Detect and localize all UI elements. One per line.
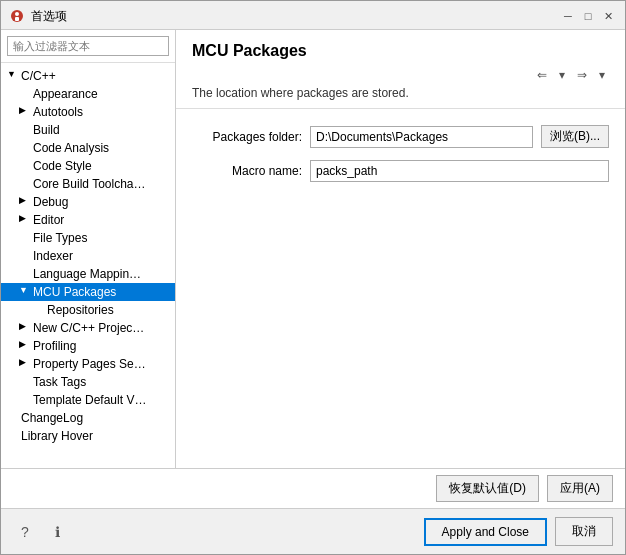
tree-arrow-changelog xyxy=(7,411,21,425)
tree-item-new-cpp[interactable]: ▶New C/C++ Projec… xyxy=(1,319,175,337)
tree-arrow-build xyxy=(19,123,33,137)
tree-arrow-autotools: ▶ xyxy=(19,105,33,119)
back-button[interactable]: ⇐ xyxy=(531,64,553,86)
back-dropdown[interactable]: ▾ xyxy=(555,64,569,86)
tree-item-editor[interactable]: ▶Editor xyxy=(1,211,175,229)
packages-label: Packages folder: xyxy=(192,130,302,144)
tree-label-changelog: ChangeLog xyxy=(21,411,83,425)
cancel-button[interactable]: 取消 xyxy=(555,517,613,546)
panel-header: MCU Packages ⇐ ▾ ⇒ ▾ The location where … xyxy=(176,30,625,109)
tree-arrow-template-default xyxy=(19,393,33,407)
tree-arrow-profiling: ▶ xyxy=(19,339,33,353)
tree-arrow-code-analysis xyxy=(19,141,33,155)
close-button[interactable]: ✕ xyxy=(599,7,617,25)
title-bar: 首选项 ─ □ ✕ xyxy=(1,1,625,30)
window-title: 首选项 xyxy=(31,8,559,25)
tree-label-debug: Debug xyxy=(33,195,68,209)
tree-arrow-cpp: ▼ xyxy=(7,69,21,83)
preferences-window: 首选项 ─ □ ✕ ▼C/C++Appearance▶AutotoolsBuil… xyxy=(0,0,626,555)
forward-button[interactable]: ⇒ xyxy=(571,64,593,86)
macro-label: Macro name: xyxy=(192,164,302,178)
window-controls: ─ □ ✕ xyxy=(559,7,617,25)
footer-left: ? ℹ xyxy=(13,520,69,544)
tree-item-file-types[interactable]: File Types xyxy=(1,229,175,247)
tree-arrow-language-mapping xyxy=(19,267,33,281)
tree-arrow-appearance xyxy=(19,87,33,101)
tree-item-changelog[interactable]: ChangeLog xyxy=(1,409,175,427)
tree-arrow-mcu-packages: ▼ xyxy=(19,285,33,299)
apply-button[interactable]: 应用(A) xyxy=(547,475,613,502)
tree-label-autotools: Autotools xyxy=(33,105,83,119)
main-body: ▼C/C++Appearance▶AutotoolsBuildCode Anal… xyxy=(1,30,625,468)
panel-description: The location where packages are stored. xyxy=(192,86,609,100)
tree-item-indexer[interactable]: Indexer xyxy=(1,247,175,265)
apply-close-button[interactable]: Apply and Close xyxy=(424,518,547,546)
tree-item-cpp[interactable]: ▼C/C++ xyxy=(1,67,175,85)
tree-arrow-library-hover xyxy=(7,429,21,443)
tree-label-repositories: Repositories xyxy=(47,303,114,317)
tree-label-template-default: Template Default V… xyxy=(33,393,146,407)
panel-content: Packages folder: 浏览(B)... Macro name: xyxy=(176,109,625,468)
tree-arrow-editor: ▶ xyxy=(19,213,33,227)
sidebar: ▼C/C++Appearance▶AutotoolsBuildCode Anal… xyxy=(1,30,176,468)
tree-item-code-style[interactable]: Code Style xyxy=(1,157,175,175)
tree-arrow-new-cpp: ▶ xyxy=(19,321,33,335)
search-input[interactable] xyxy=(7,36,169,56)
browse-button[interactable]: 浏览(B)... xyxy=(541,125,609,148)
panel-actions: 恢复默认值(D) 应用(A) xyxy=(1,469,625,509)
info-button[interactable]: ℹ xyxy=(45,520,69,544)
tree-label-cpp: C/C++ xyxy=(21,69,56,83)
panel-title: MCU Packages xyxy=(192,42,609,60)
minimize-button[interactable]: ─ xyxy=(559,7,577,25)
tree-item-task-tags[interactable]: Task Tags xyxy=(1,373,175,391)
search-box xyxy=(1,30,175,63)
tree-arrow-task-tags xyxy=(19,375,33,389)
macro-input[interactable] xyxy=(310,160,609,182)
tree-label-new-cpp: New C/C++ Projec… xyxy=(33,321,144,335)
tree-label-task-tags: Task Tags xyxy=(33,375,86,389)
tree-item-template-default[interactable]: Template Default V… xyxy=(1,391,175,409)
tree-item-profiling[interactable]: ▶Profiling xyxy=(1,337,175,355)
tree-label-mcu-packages: MCU Packages xyxy=(33,285,116,299)
forward-dropdown[interactable]: ▾ xyxy=(595,64,609,86)
tree-item-library-hover[interactable]: Library Hover xyxy=(1,427,175,445)
tree-label-code-analysis: Code Analysis xyxy=(33,141,109,155)
tree-label-library-hover: Library Hover xyxy=(21,429,93,443)
bottom-bar: 恢复默认值(D) 应用(A) ? ℹ Apply and Close 取消 xyxy=(1,468,625,554)
restore-default-button[interactable]: 恢复默认值(D) xyxy=(436,475,539,502)
tree-item-code-analysis[interactable]: Code Analysis xyxy=(1,139,175,157)
packages-folder-row: Packages folder: 浏览(B)... xyxy=(192,125,609,148)
maximize-button[interactable]: □ xyxy=(579,7,597,25)
tree-label-indexer: Indexer xyxy=(33,249,73,263)
tree-arrow-core-build xyxy=(19,177,33,191)
tree-item-build[interactable]: Build xyxy=(1,121,175,139)
tree-item-appearance[interactable]: Appearance xyxy=(1,85,175,103)
tree-item-repositories[interactable]: Repositories xyxy=(1,301,175,319)
tree: ▼C/C++Appearance▶AutotoolsBuildCode Anal… xyxy=(1,63,175,468)
tree-item-autotools[interactable]: ▶Autotools xyxy=(1,103,175,121)
tree-label-core-build: Core Build Toolcha… xyxy=(33,177,146,191)
svg-point-1 xyxy=(15,12,19,16)
tree-item-debug[interactable]: ▶Debug xyxy=(1,193,175,211)
help-button[interactable]: ? xyxy=(13,520,37,544)
tree-arrow-repositories xyxy=(33,303,47,317)
tree-item-language-mapping[interactable]: Language Mappin… xyxy=(1,265,175,283)
right-panel: MCU Packages ⇐ ▾ ⇒ ▾ The location where … xyxy=(176,30,625,468)
tree-arrow-file-types xyxy=(19,231,33,245)
tree-label-language-mapping: Language Mappin… xyxy=(33,267,141,281)
tree-label-editor: Editor xyxy=(33,213,64,227)
tree-label-build: Build xyxy=(33,123,60,137)
tree-arrow-debug: ▶ xyxy=(19,195,33,209)
tree-item-core-build[interactable]: Core Build Toolcha… xyxy=(1,175,175,193)
tree-label-appearance: Appearance xyxy=(33,87,98,101)
tree-label-file-types: File Types xyxy=(33,231,87,245)
packages-input[interactable] xyxy=(310,126,533,148)
content-area: ▼C/C++Appearance▶AutotoolsBuildCode Anal… xyxy=(1,30,625,554)
tree-item-mcu-packages[interactable]: ▼MCU Packages xyxy=(1,283,175,301)
tree-label-property-pages: Property Pages Se… xyxy=(33,357,146,371)
dialog-footer: ? ℹ Apply and Close 取消 xyxy=(1,509,625,554)
svg-rect-2 xyxy=(15,17,19,21)
tree-item-property-pages[interactable]: ▶Property Pages Se… xyxy=(1,355,175,373)
window-icon xyxy=(9,8,25,24)
tree-arrow-indexer xyxy=(19,249,33,263)
